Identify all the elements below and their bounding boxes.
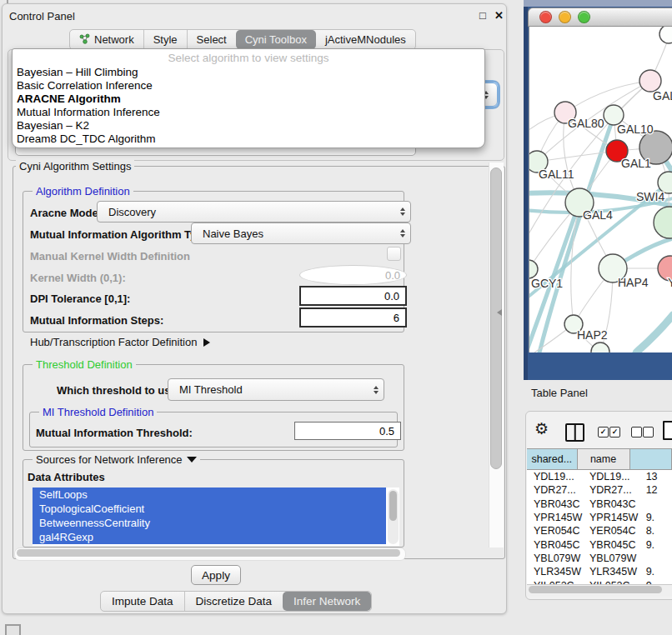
minimize-traffic-light-icon[interactable] bbox=[559, 11, 571, 23]
column-header-3[interactable] bbox=[630, 449, 672, 469]
network-node[interactable] bbox=[659, 27, 672, 43]
cyni-bottom-tab-bar: Impute Data Discretize Data Infer Networ… bbox=[100, 591, 372, 612]
table-cell: 12 bbox=[641, 484, 672, 496]
mi-threshold-label: Mutual Information Threshold: bbox=[36, 427, 193, 439]
table-cell: YDR27... bbox=[527, 484, 583, 496]
network-edge bbox=[636, 315, 672, 352]
tab-cyni-toolbox-label: Cyni Toolbox bbox=[245, 33, 307, 46]
mi-threshold-input[interactable]: 0.5 bbox=[294, 422, 401, 440]
manual-kernel-width-checkbox[interactable] bbox=[387, 247, 401, 261]
settings-vertical-scrollbar-thumb[interactable] bbox=[490, 168, 502, 469]
table-body: YDL19...YDL19...13YDR27...YDR27...12YBR0… bbox=[527, 470, 672, 584]
dpi-tolerance-label: DPI Tolerance [0,1]: bbox=[30, 292, 130, 305]
network-node-label: GAL11 bbox=[539, 168, 574, 181]
algorithm-option[interactable]: Basic Correlation Inference bbox=[13, 79, 484, 92]
hub-definition-expander[interactable]: Hub/Transcription Factor Definition bbox=[30, 336, 210, 348]
attribute-item[interactable]: gal4RGexp bbox=[33, 530, 386, 544]
kernel-width-input[interactable]: 0.0 bbox=[299, 265, 407, 285]
mi-algorithm-type-label: Mutual Information Algorithm Type: bbox=[30, 228, 213, 241]
mi-steps-input[interactable]: 6 bbox=[299, 308, 407, 328]
table-header-row: shared... name bbox=[527, 448, 672, 470]
table-cell: 9. bbox=[641, 566, 672, 578]
aracne-mode-combobox[interactable]: Discovery bbox=[97, 201, 411, 222]
gear-icon[interactable]: ⚙ bbox=[534, 420, 549, 438]
tab-style[interactable]: Style bbox=[143, 30, 187, 49]
column-header-shared-name[interactable]: shared... bbox=[527, 449, 578, 469]
tab-impute-data[interactable]: Impute Data bbox=[101, 592, 184, 611]
attribute-list-scrollbar-thumb[interactable] bbox=[389, 491, 397, 521]
tab-discretize-data[interactable]: Discretize Data bbox=[184, 592, 283, 611]
control-panel-window: Control Panel □ ✕ Network Style Select C… bbox=[2, 3, 507, 614]
columns-icon[interactable] bbox=[565, 423, 584, 442]
tab-network-label: Network bbox=[94, 33, 134, 46]
dpi-tolerance-input[interactable]: 0.0 bbox=[299, 286, 407, 306]
table-cell: YBR045C bbox=[583, 539, 641, 551]
mi-threshold-group-title: MI Threshold Definition bbox=[39, 406, 157, 418]
table-row[interactable]: YPR145WYPR145W9. bbox=[527, 511, 672, 524]
settings-horizontal-scrollbar-thumb[interactable] bbox=[17, 549, 400, 557]
network-node-label: GAL1 bbox=[621, 157, 651, 170]
which-threshold-combobox[interactable]: MI Threshold bbox=[168, 378, 384, 401]
algorithm-option[interactable]: Bayesian – K2 bbox=[13, 119, 484, 132]
network-node[interactable] bbox=[591, 342, 609, 352]
network-window-titlebar[interactable] bbox=[528, 8, 672, 27]
float-window-icon[interactable]: □ bbox=[479, 9, 486, 22]
mi-steps-label: Mutual Information Steps: bbox=[30, 314, 163, 327]
algorithm-option[interactable]: Mutual Information Inference bbox=[13, 106, 484, 119]
tab-network[interactable]: Network bbox=[70, 30, 143, 49]
table-row[interactable]: YBR045CYBR045C9. bbox=[527, 538, 672, 551]
combo-stepper-icon bbox=[374, 386, 379, 394]
tab-impute-data-label: Impute Data bbox=[112, 595, 173, 608]
column-header-name[interactable]: name bbox=[578, 449, 630, 469]
table-cell: YLR345W bbox=[527, 566, 583, 578]
mi-algorithm-type-combobox[interactable]: Naive Bayes bbox=[191, 222, 411, 244]
tab-cyni-toolbox[interactable]: Cyni Toolbox bbox=[236, 30, 316, 49]
attribute-item[interactable]: TopologicalCoefficient bbox=[33, 502, 386, 516]
unchecked-checkbox-icon[interactable] bbox=[631, 427, 642, 438]
apply-button[interactable]: Apply bbox=[191, 565, 241, 585]
attribute-list: SelfLoopsTopologicalCoefficientBetweenne… bbox=[33, 488, 399, 546]
table-row[interactable]: YBR043CYBR043C bbox=[527, 498, 672, 511]
table-row[interactable]: YBL079WYBL079W bbox=[527, 552, 672, 565]
table-cell: 9. bbox=[641, 512, 672, 523]
table-row[interactable]: YDR27...YDR27...12 bbox=[527, 483, 672, 497]
window-grip-icon[interactable] bbox=[5, 624, 21, 635]
attribute-item[interactable]: BetweennessCentrality bbox=[33, 516, 386, 530]
unchecked-checkbox-icon[interactable] bbox=[643, 427, 654, 438]
split-pane-divider-arrow[interactable] bbox=[497, 309, 502, 316]
attribute-item[interactable]: SelfLoops bbox=[33, 488, 386, 502]
table-row[interactable]: YLR345WYLR345W9. bbox=[527, 565, 672, 578]
tab-jactivemnodules[interactable]: jActiveMNodules bbox=[316, 30, 415, 49]
algorithm-option[interactable]: ARACNE Algorithm bbox=[13, 92, 484, 106]
table-row[interactable]: YDL19...YDL19...13 bbox=[527, 470, 672, 483]
checked-checkbox-icon[interactable]: ✓ bbox=[598, 427, 609, 438]
tab-select[interactable]: Select bbox=[187, 30, 236, 49]
network-node-GCY1[interactable] bbox=[529, 260, 538, 278]
algorithm-option[interactable]: Bayesian – Hill Climbing bbox=[13, 66, 484, 79]
table-cell: YDR27... bbox=[583, 484, 641, 496]
table-cell: YLR345W bbox=[583, 566, 641, 578]
table-row[interactable]: YER054CYER054C8. bbox=[527, 524, 672, 538]
network-node-label: GAL80 bbox=[568, 117, 604, 130]
control-panel-tab-bar: Network Style Select Cyni Toolbox jActiv… bbox=[69, 29, 416, 50]
network-node-label: GAL4 bbox=[583, 208, 613, 222]
tab-discretize-data-label: Discretize Data bbox=[196, 595, 273, 608]
table-row[interactable]: YIL052CYIL052C9 bbox=[527, 578, 672, 584]
close-icon[interactable]: ✕ bbox=[494, 9, 504, 22]
aracne-mode-value: Discovery bbox=[108, 206, 156, 218]
hub-definition-label: Hub/Transcription Factor Definition bbox=[30, 336, 197, 348]
network-canvas[interactable]: GALGAL80GAL10GAL1GAL11GAL4SWI4GCY1HAP4YH… bbox=[529, 27, 672, 352]
network-node[interactable] bbox=[654, 207, 672, 238]
kernel-width-value: 0.0 bbox=[385, 269, 400, 282]
table-horizontal-scrollbar-thumb[interactable] bbox=[529, 586, 662, 593]
network-node-label: HAP2 bbox=[577, 328, 608, 342]
close-traffic-light-icon[interactable] bbox=[539, 11, 552, 23]
checked-checkbox-icon[interactable]: ✓ bbox=[609, 427, 620, 438]
mi-steps-value: 6 bbox=[394, 312, 399, 324]
zoom-traffic-light-icon[interactable] bbox=[578, 11, 590, 23]
network-node-label: GAL10 bbox=[617, 122, 654, 136]
sources-collapse-header[interactable]: Sources for Network Inference bbox=[33, 453, 200, 466]
algorithm-option[interactable]: Dream8 DC_TDC Algorithm bbox=[13, 132, 484, 146]
document-icon[interactable] bbox=[663, 421, 672, 440]
tab-infer-network[interactable]: Infer Network bbox=[283, 592, 371, 611]
